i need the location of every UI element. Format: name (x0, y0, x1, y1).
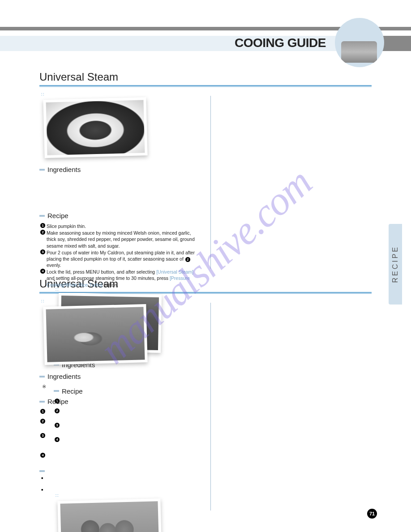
step-3: 3 (40, 433, 201, 449)
step-2: 2Make seasoning sauce by mixing minced W… (40, 230, 201, 249)
hero-product-circle (335, 18, 384, 67)
section1-rule (39, 85, 372, 87)
section2-divider (210, 303, 211, 511)
section1-columns: ∷ Ingredients Recipe 1Slice pumpkin thin… (39, 93, 372, 269)
recipe-photo-1 (43, 97, 147, 158)
page-number: 71 (367, 509, 377, 519)
step-2: 2 (40, 419, 201, 429)
ingredients-label: Ingredients (39, 373, 201, 380)
dots-decoration: ∷ (56, 288, 215, 291)
recipe-label: Recipe (39, 398, 201, 405)
dots-decoration: ∷ (56, 494, 215, 497)
section1-divider (210, 96, 211, 269)
tip-bullet-1 (39, 476, 201, 481)
step-3: 3Pour 2 cups of water into My Caldron, p… (40, 249, 201, 269)
section2-columns: ∷ Ingredients ※ Recipe 1 2 3 4 ∷ Ingredi… (39, 300, 372, 511)
section1-left: ∷ Ingredients Recipe 1Slice pumpkin thin… (39, 93, 201, 288)
dots-decoration: ∷ (41, 300, 201, 303)
section2-left: ∷ Ingredients ※ Recipe 1 2 3 4 (39, 300, 201, 494)
recipe-steps-list: 1 2 3 4 (39, 409, 201, 463)
step-4: 4 (40, 453, 201, 463)
page-title: COOING GUIDE (235, 36, 326, 50)
recipe-photo-3 (43, 304, 147, 365)
section2-right: ∷ Ingredients Recipe 1 2 3 4 (54, 494, 215, 532)
note-mark: ※ (42, 384, 201, 390)
tip-dash-label (39, 467, 201, 475)
step-1: 1 (40, 409, 201, 415)
side-tab-recipe: RECIPE (389, 224, 402, 305)
ingredients-label: Ingredients (39, 166, 201, 173)
recipe-label: Recipe (39, 212, 201, 219)
main-content: Universal Steam ∷ Ingredients Recipe 1Sl… (39, 67, 372, 511)
section1-heading: Universal Steam (39, 71, 372, 83)
recipe-photo-4 (57, 498, 162, 532)
step-1: 1Slice pumpkin thin. (40, 223, 201, 229)
recipe-steps-list: 1Slice pumpkin thin. 2Make seasoning sau… (39, 223, 201, 288)
tip-bullet-2 (39, 488, 201, 493)
dots-decoration: ∷ (41, 93, 201, 96)
step-4: 4Lock the lid, press MENU button, and af… (40, 269, 201, 288)
